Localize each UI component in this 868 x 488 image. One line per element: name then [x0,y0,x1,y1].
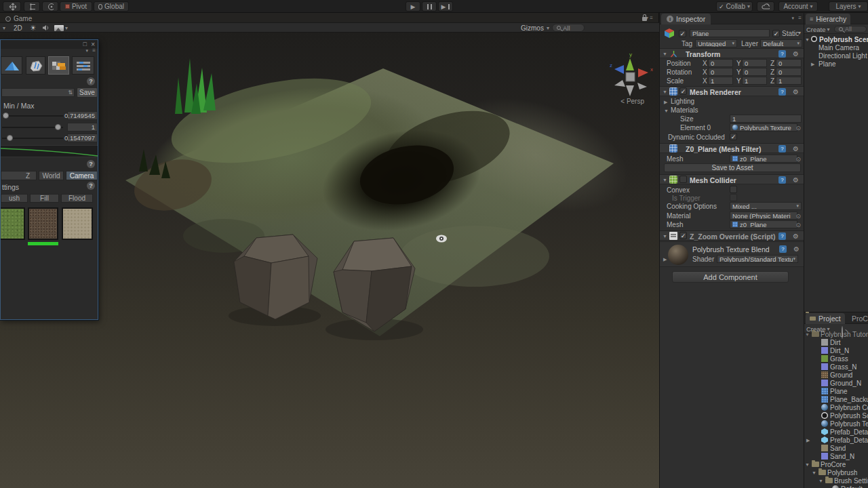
project-item[interactable]: Dirt_N [804,346,868,354]
help-book-icon[interactable]: ? [779,245,787,253]
scene-gizmo[interactable]: y z x [606,50,655,103]
foldout-icon[interactable]: ▼ [805,462,810,467]
project-item[interactable]: Ground_N [804,379,868,387]
window-menu-icon[interactable]: ≡ [92,47,96,54]
window-dropdown-icon[interactable]: ▾ [85,48,88,54]
help-badge[interactable]: ? [87,77,95,85]
shader-dropdown[interactable]: Polybrush/Standard Texture B ▾ [717,255,798,263]
foldout-icon[interactable]: ▼ [805,332,810,337]
mesh-renderer-checkbox[interactable]: ✓ [679,87,687,95]
slider-value[interactable]: 0.1547097 [67,134,98,142]
scale-y-field[interactable]: 1 [742,77,767,85]
lighting-foldout[interactable]: ▶ [664,100,667,105]
is-trigger-checkbox[interactable] [730,194,737,201]
play-button[interactable]: ▶ [406,1,420,12]
foldout-icon[interactable]: ▼ [805,37,810,42]
direction-world-button[interactable]: World [39,171,64,180]
project-item[interactable]: Ground [804,371,868,379]
foldout-icon[interactable]: ▼ [663,234,667,239]
mesh-renderer-header[interactable]: ▼ ✓ Mesh Renderer ? ⚙ [660,86,804,96]
position-x-field[interactable]: 0 [708,59,733,67]
foldout-icon[interactable]: ▶ [811,62,814,67]
help-book-icon[interactable]: ? [778,88,786,96]
tag-dropdown[interactable]: Untagged ▾ [695,39,737,47]
brush-preset-dropdown[interactable]: ⇅ [1,88,75,97]
static-checkbox[interactable]: ✓ [772,30,780,37]
rotation-x-field[interactable]: 0 [708,68,733,76]
inspector-dropdown-icon[interactable]: ▾ [791,16,794,21]
falloff-curve[interactable] [1,145,98,157]
rect-tool-button[interactable] [24,1,40,12]
hierarchy-item-light[interactable]: Directional Light [804,52,868,60]
mesh-field[interactable]: z0_Plane [730,155,797,163]
tab-second[interactable]: ProC [852,314,868,323]
slider-handle[interactable] [7,135,13,141]
mesh-collider-checkbox[interactable] [679,176,687,183]
scale-x-field[interactable]: 1 [708,77,733,85]
sculpt-mode-button[interactable] [1,56,22,75]
element0-field[interactable]: Polybrush Texture [730,123,797,131]
tab-project[interactable]: Project [806,313,845,324]
active-checkbox[interactable]: ✓ [679,30,686,37]
sand-texture-thumbnail[interactable] [62,207,93,240]
materials-foldout[interactable]: ▼ [664,108,669,113]
material-foldout[interactable]: ▶ [663,257,667,262]
project-item[interactable]: Default [804,485,868,488]
object-picker-icon[interactable]: ⊙ [795,222,801,228]
slider-track[interactable] [2,115,63,117]
grass-texture-thumbnail[interactable] [1,207,25,240]
move-tool-button[interactable] [3,1,21,12]
gear-icon[interactable]: ⚙ [793,176,799,184]
slider-handle[interactable] [3,113,9,119]
hierarchy-item-camera[interactable]: Main Camera [804,43,868,52]
inspector-menu-icon[interactable]: ≡ [798,15,802,21]
persp-label[interactable]: < Persp [620,98,644,105]
tab-brush[interactable]: ush [1,194,28,203]
project-item[interactable]: Polybrush Col [804,403,868,411]
hierarchy-search[interactable]: All [834,26,867,33]
settings-mode-button[interactable] [72,56,94,75]
project-item[interactable]: Dirt [804,338,868,346]
project-item[interactable]: ▼ Brush Settin [804,476,868,485]
dirt-texture-thumbnail[interactable] [28,207,58,240]
direction-camera-button[interactable]: Camera [66,171,98,180]
mesh-filter-header[interactable]: Z0_Plane (Mesh Filter) ? ⚙ [660,143,804,153]
foldout-icon[interactable]: ▼ [663,89,667,94]
effects-dropdown[interactable]: ▾ [54,24,68,32]
save-to-asset-button[interactable]: Save to Asset [664,163,801,172]
help-book-icon[interactable]: ? [778,145,786,152]
slider-value[interactable]: 0.7149545 [67,111,98,120]
scale-z-field[interactable]: 1 [776,77,802,85]
2d-toggle[interactable]: 2D [14,24,22,32]
add-component-button[interactable]: Add Component [672,271,789,283]
pivot-button[interactable]: Pivot [60,1,92,12]
gear-icon[interactable]: ⚙ [793,232,799,240]
help-book-icon[interactable]: ? [778,50,786,58]
project-item[interactable]: ▶ Prefab_DetailM [804,436,868,444]
foldout-icon[interactable]: ▼ [663,178,667,182]
tab-flood[interactable]: Flood [61,194,93,203]
polybrush-titlebar[interactable]: □ × [1,40,98,49]
scene-search[interactable]: All [552,24,585,32]
cloud-button[interactable] [757,1,774,12]
tab-fill[interactable]: Fill [30,194,59,203]
foldout-icon[interactable]: ▼ [818,479,823,483]
slider-track[interactable] [2,127,63,128]
rotation-z-field[interactable]: 0 [776,68,802,76]
step-button[interactable]: ▶ [438,1,453,12]
object-picker-icon[interactable]: ⊙ [795,156,801,163]
physic-material-field[interactable]: None (Physic Materi [730,211,797,220]
lighting-label[interactable]: Lighting [671,98,694,105]
audio-toggle[interactable] [42,24,50,32]
help-badge[interactable]: ? [87,160,95,168]
direction-z-button[interactable]: Z [1,171,37,180]
object-picker-icon[interactable]: ⊙ [795,213,801,220]
position-y-field[interactable]: 0 [742,59,767,67]
project-item[interactable]: ▼ Polybrush Tutori [804,330,868,338]
tab-inspector[interactable]: i Inspector [661,14,711,24]
static-dropdown-icon[interactable]: ▾ [798,30,801,36]
save-brush-button[interactable]: Save [77,87,98,98]
position-z-field[interactable]: 0 [776,59,802,67]
project-item[interactable]: Plane_Backup [804,395,868,403]
foldout-icon[interactable]: ▼ [663,52,667,56]
